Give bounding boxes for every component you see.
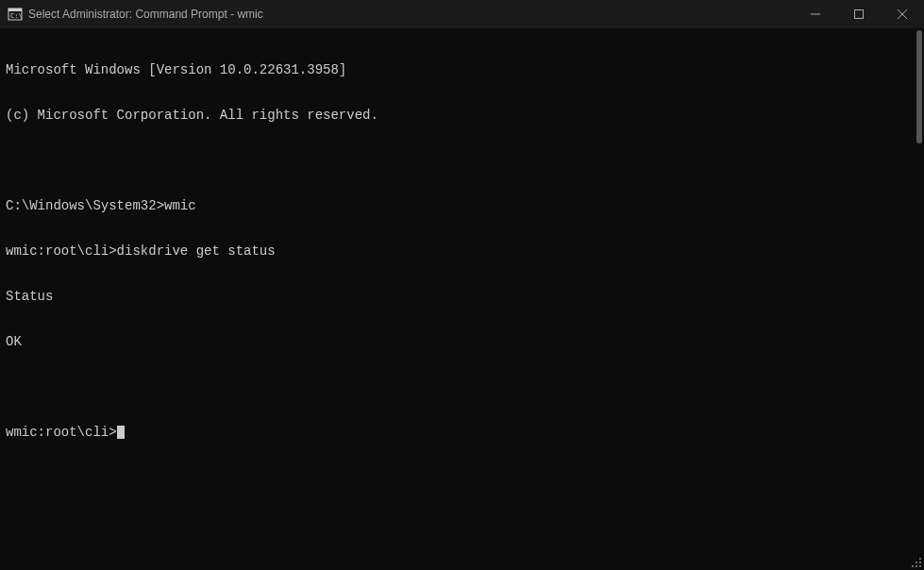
output-line: C:\Windows\System32>wmic	[6, 198, 918, 213]
window-title: Select Administrator: Command Prompt - w…	[28, 8, 794, 21]
output-line: Microsoft Windows [Version 10.0.22631.39…	[6, 62, 918, 77]
resize-grip-icon[interactable]	[909, 555, 922, 568]
minimize-button[interactable]	[794, 0, 837, 28]
svg-rect-1	[8, 8, 22, 11]
prompt-line: wmic:root\cli>	[6, 425, 918, 440]
scrollbar-thumb[interactable]	[916, 30, 922, 143]
svg-point-10	[912, 565, 914, 567]
svg-point-7	[919, 558, 921, 560]
output-line: wmic:root\cli>diskdrive get status	[6, 243, 918, 259]
output-line	[6, 379, 918, 394]
close-button[interactable]	[881, 0, 924, 28]
svg-point-8	[916, 562, 917, 563]
svg-text:C:\: C:\	[10, 12, 23, 20]
output-line	[6, 153, 918, 168]
output-line: OK	[6, 334, 918, 349]
output-line: Status	[6, 289, 918, 304]
titlebar[interactable]: C:\ Select Administrator: Command Prompt…	[0, 0, 924, 28]
output-line: (c) Microsoft Corporation. All rights re…	[6, 108, 918, 123]
cursor	[117, 426, 125, 439]
svg-point-9	[919, 562, 921, 563]
terminal-output[interactable]: Microsoft Windows [Version 10.0.22631.39…	[0, 28, 924, 570]
window-controls	[794, 0, 924, 28]
svg-rect-4	[855, 10, 864, 19]
cmd-icon: C:\	[8, 7, 23, 22]
prompt-text: wmic:root\cli>	[6, 425, 117, 440]
svg-point-11	[916, 565, 917, 567]
svg-point-12	[919, 565, 921, 567]
maximize-button[interactable]	[837, 0, 881, 28]
